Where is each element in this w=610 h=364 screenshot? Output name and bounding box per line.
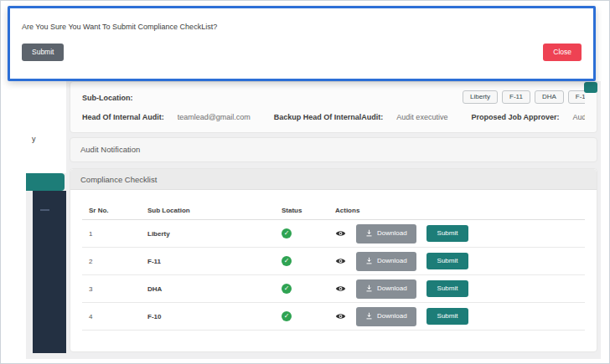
status-check-icon: ✓ [282,311,292,321]
download-label: Download [377,230,407,237]
download-button[interactable]: Download [356,252,416,271]
confirm-message: Are You Sure You Want To Submit Complian… [22,23,217,31]
audit-fields-row: Head Of Internal Audit: teamlead@gmail.c… [82,113,585,121]
download-icon [365,285,373,294]
table-row: 3 DHA ✓ Download [82,275,585,303]
submit-label: Submit [437,313,458,320]
download-button[interactable]: Download [356,307,416,326]
field-label: Backup Head Of InternalAudit: [274,113,384,121]
field-proposed-job-approver: Proposed Job Approver: Audit super [471,113,585,121]
cell-sub-location: F-11 [141,248,275,275]
download-label: Download [377,258,407,264]
modal-close-button[interactable]: Close [543,44,582,61]
status-check-icon: ✓ [282,284,292,294]
view-eye-icon[interactable] [335,312,346,320]
sidebar-active-item[interactable] [26,173,65,191]
cell-actions: Download Submit [328,220,585,248]
sub-location-chip[interactable]: DHA [535,90,564,104]
table-row: 1 Liberty ✓ Download [82,220,585,248]
sub-location-row: Sub-Location: Liberty F-11 DHA F-10 [82,90,585,106]
cell-sr-no: 4 [82,303,141,331]
download-label: Download [377,313,407,320]
sidebar-panel [33,191,66,353]
corner-action-button[interactable] [584,82,597,93]
audit-details-card: Sub-Location: Liberty F-11 DHA F-10 Head… [70,81,597,133]
field-value: Audit super [573,113,585,121]
cell-actions: Download Submit [328,303,585,331]
col-header-actions: Actions [328,202,585,220]
view-eye-icon[interactable] [335,229,346,238]
submit-label: Submit [437,285,458,292]
download-icon [365,229,373,238]
cell-sub-location: DHA [141,275,275,303]
table-row: 4 F-10 ✓ Download [82,303,585,331]
download-button[interactable]: Download [356,279,416,299]
row-submit-button[interactable]: Submit [426,280,469,297]
sidebar-divider [40,209,49,211]
row-submit-button[interactable]: Submit [426,225,469,242]
status-check-icon: ✓ [282,256,292,266]
cell-status: ✓ [275,303,328,331]
row-submit-button[interactable]: Submit [426,253,469,269]
status-check-icon: ✓ [282,228,292,238]
download-icon [365,257,373,266]
cell-actions: Download Submit [328,275,585,303]
sidebar-top: y [26,81,66,173]
compliance-body: Sr No. Sub Location Status Actions 1 Lib… [70,190,597,342]
modal-submit-button[interactable]: Submit [22,44,64,61]
cell-sr-no: 3 [82,275,141,303]
view-eye-icon[interactable] [335,257,346,265]
sub-location-chip[interactable]: F-11 [502,90,530,104]
table-row: 2 F-11 ✓ Download [82,248,585,275]
submit-label: Submit [437,258,458,264]
field-label: Head Of Internal Audit: [82,113,164,121]
cell-sr-no: 1 [82,220,141,248]
submit-label: Submit [437,230,458,237]
cell-sub-location: F-10 [141,303,275,331]
audit-notification-header[interactable]: Audit Notification [70,138,597,161]
row-submit-button[interactable]: Submit [426,308,469,325]
sidebar-label-fragment: y [32,135,36,143]
sub-location-label: Sub-Location: [82,94,133,102]
field-head-of-internal-audit: Head Of Internal Audit: teamlead@gmail.c… [82,113,251,121]
field-label: Proposed Job Approver: [471,113,559,121]
cell-status: ✓ [275,248,328,275]
audit-notification-section: Audit Notification [70,137,597,162]
compliance-checklist-section: Compliance Checklist Sr No. Sub Location… [70,168,597,352]
cell-sub-location: Liberty [141,220,275,248]
col-header-sub-location: Sub Location [141,202,275,220]
cell-status: ✓ [275,275,328,303]
field-backup-head: Backup Head Of InternalAudit: Audit exec… [274,113,448,121]
field-value: Audit executive [396,113,447,121]
col-header-sr-no: Sr No. [82,202,141,220]
app-screen: y Sub-Location: Liberty F-11 DHA F-10 He… [0,0,610,364]
compliance-table: Sr No. Sub Location Status Actions 1 Lib… [82,202,585,331]
col-header-status: Status [275,202,328,220]
compliance-checklist-header[interactable]: Compliance Checklist [70,169,597,190]
download-icon [365,312,373,321]
sidebar: y [26,81,66,359]
download-label: Download [377,285,407,292]
cell-sr-no: 2 [82,248,141,275]
cell-status: ✓ [275,220,328,248]
download-button[interactable]: Download [356,224,416,244]
sub-location-chip[interactable]: Liberty [463,90,498,104]
table-header-row: Sr No. Sub Location Status Actions [82,202,585,220]
cell-actions: Download Submit [328,248,585,275]
view-eye-icon[interactable] [335,285,346,293]
sub-location-chip[interactable]: F-10 [568,90,585,104]
confirm-submit-dialog: Are You Sure You Want To Submit Complian… [8,6,596,81]
field-value: teamlead@gmail.com [178,113,251,121]
sub-location-chips: Liberty F-11 DHA F-10 [463,90,585,104]
